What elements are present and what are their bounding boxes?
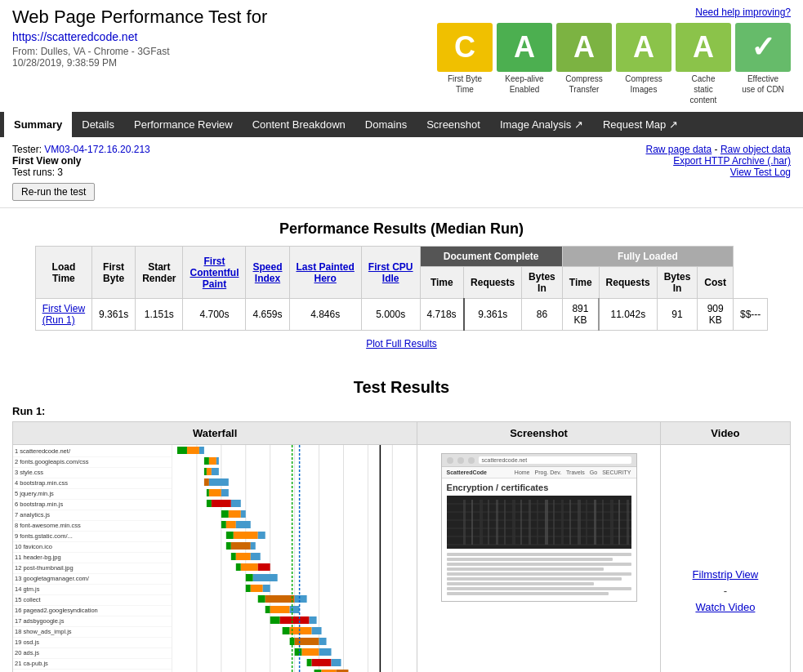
svg-rect-83 — [463, 500, 466, 545]
nav-content-breakdown[interactable]: Content Breakdown — [243, 112, 355, 137]
grade-letter-cache: A — [676, 23, 731, 72]
nav-image-analysis[interactable]: Image Analysis ↗ — [490, 112, 593, 137]
svg-rect-59 — [290, 627, 312, 634]
svg-rect-55 — [270, 616, 280, 624]
svg-rect-46 — [246, 585, 251, 592]
screenshot-titlebar: scatteredcode.net — [442, 454, 636, 467]
screenshot-header: Screenshot — [417, 422, 660, 445]
plot-full-results-link[interactable]: Plot Full Results — [366, 338, 437, 349]
speed-index-link[interactable]: SpeedIndex — [252, 261, 282, 284]
nav-performance-review[interactable]: Performance Review — [124, 112, 243, 137]
svg-rect-103 — [627, 500, 629, 545]
screenshot-image — [447, 496, 631, 549]
svg-rect-69 — [332, 659, 341, 666]
svg-rect-68 — [312, 659, 332, 666]
first-view-run-link[interactable]: First View(Run 1) — [42, 303, 85, 326]
svg-rect-54 — [290, 606, 300, 613]
svg-rect-101 — [610, 500, 613, 545]
test-runs: Test runs: 3 — [12, 167, 150, 178]
svg-rect-66 — [319, 648, 332, 656]
svg-rect-42 — [241, 563, 258, 571]
raw-object-data-link[interactable]: Raw object data — [720, 144, 791, 155]
svg-rect-87 — [496, 500, 498, 545]
waterfall-header: Waterfall — [13, 422, 417, 445]
tester-link[interactable]: VM03-04-172.16.20.213 — [44, 144, 149, 155]
svg-rect-32 — [226, 532, 234, 539]
svg-rect-86 — [488, 500, 489, 545]
filmstrip-view-link[interactable]: Filmstrip View — [693, 568, 759, 581]
svg-rect-91 — [529, 500, 531, 545]
doc-time-cell: 9.361s — [464, 299, 522, 331]
view-test-log-link[interactable]: View Test Log — [730, 167, 791, 178]
grade-cdn: ✓ Effectiveuse of CDN — [735, 23, 791, 105]
nav-details[interactable]: Details — [72, 112, 124, 137]
svg-rect-90 — [520, 500, 522, 545]
grade-letter-compress-images: A — [616, 23, 671, 72]
svg-rect-85 — [480, 500, 483, 545]
grade-keepalive: A Keep-aliveEnabled — [497, 23, 552, 105]
fully-bytes-cell: 909KB — [698, 299, 734, 331]
info-right: Raw page data - Raw object data Export H… — [646, 144, 791, 178]
grade-label-compress-images: CompressImages — [616, 73, 671, 95]
svg-rect-35 — [226, 542, 231, 550]
svg-rect-19 — [209, 478, 229, 486]
nav-domains[interactable]: Domains — [355, 112, 417, 137]
nav-screenshot[interactable]: Screenshot — [417, 112, 490, 137]
svg-rect-17 — [212, 468, 219, 475]
fully-time-cell: 11.042s — [599, 299, 657, 331]
svg-rect-30 — [226, 521, 236, 528]
svg-rect-92 — [537, 500, 538, 545]
grade-compress-images: A CompressImages — [616, 23, 671, 105]
svg-rect-63 — [319, 638, 327, 645]
plot-link-area: Plot Full Results — [12, 337, 791, 349]
rerun-button[interactable]: Re-run the test — [12, 183, 95, 201]
screenshot-site-nav: ScatteredCode Home Prog. Dev. Travels Go… — [442, 467, 636, 478]
svg-rect-62 — [295, 638, 319, 645]
svg-rect-13 — [209, 457, 216, 465]
grade-first-byte: C First ByteTime — [437, 23, 493, 105]
waterfall-column: Waterfall 1 scatteredcode.net/ 2 fonts.g… — [13, 422, 417, 672]
svg-rect-93 — [545, 500, 548, 545]
screenshot-content: scatteredcode.net ScatteredCode Home Pro… — [417, 445, 660, 672]
svg-rect-34 — [258, 532, 265, 539]
watch-video-link[interactable]: Watch Video — [695, 601, 755, 613]
svg-rect-27 — [229, 510, 241, 518]
svg-rect-96 — [569, 500, 571, 545]
raw-page-data-link[interactable]: Raw page data — [646, 144, 712, 155]
grade-label-cache: Cachestaticcontent — [676, 73, 731, 105]
svg-rect-15 — [204, 468, 207, 475]
last-painted-link[interactable]: Last PaintedHero — [297, 261, 355, 284]
load-time-cell: 9.361s — [92, 299, 136, 331]
header-left: Web Page Performance Test for https://sc… — [12, 7, 267, 69]
fcp-link[interactable]: FirstContentfulPaint — [190, 256, 239, 290]
svg-rect-98 — [586, 500, 587, 545]
export-http-link[interactable]: Export HTTP Archive (.har) — [673, 155, 791, 167]
first-cpu-link[interactable]: First CPUIdle — [368, 261, 413, 284]
doc-requests-cell: 86 — [522, 299, 563, 331]
performance-results-title: Performance Results (Median Run) — [12, 220, 791, 238]
help-link[interactable]: Need help improving? — [695, 7, 791, 18]
site-url[interactable]: https://scatteredcode.net — [12, 30, 267, 43]
svg-rect-65 — [302, 648, 319, 656]
svg-rect-18 — [204, 478, 209, 486]
svg-rect-57 — [310, 616, 317, 624]
fcp-cell: 4.659s — [246, 299, 289, 331]
test-results-section: Test Results Run 1: Waterfall 1 scattere… — [0, 378, 803, 672]
video-content: Filmstrip View - Watch Video — [661, 445, 790, 672]
svg-rect-99 — [594, 500, 596, 545]
page-title: Web Page Performance Test for — [12, 7, 267, 28]
first-view-label-cell: First View(Run 1) — [35, 299, 91, 331]
svg-rect-94 — [553, 500, 555, 545]
svg-rect-12 — [204, 457, 209, 465]
svg-rect-44 — [246, 574, 253, 581]
svg-rect-16 — [207, 468, 212, 475]
svg-rect-33 — [234, 532, 258, 539]
svg-rect-36 — [231, 542, 251, 550]
svg-rect-60 — [312, 627, 322, 634]
nav-request-map[interactable]: Request Map ↗ — [593, 112, 688, 137]
nav-summary[interactable]: Summary — [4, 112, 72, 137]
grade-label-cdn: Effectiveuse of CDN — [735, 73, 791, 95]
video-dash: - — [724, 585, 727, 597]
screenshot-body: Encryption / certificates — [442, 478, 636, 601]
svg-rect-9 — [177, 447, 187, 454]
